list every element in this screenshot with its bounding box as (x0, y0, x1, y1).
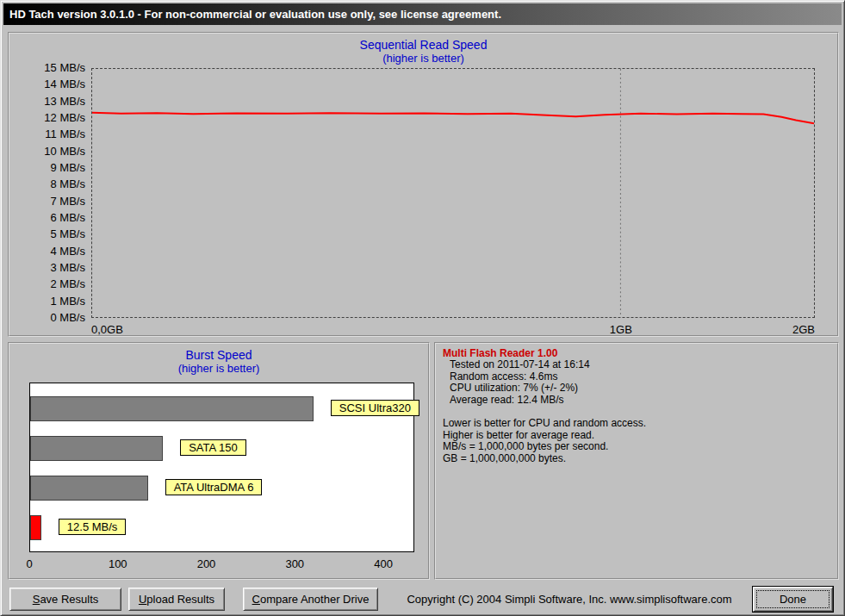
burst-bar-label: SCSI Ultra320 (331, 400, 419, 416)
hdtach-window: HD Tach version 3.0.1.0 - For non-commer… (0, 0, 845, 616)
sequential-read-line (92, 113, 814, 124)
burst-bar (30, 396, 314, 421)
burst-speed-panel: Burst Speed (higher is better) SCSI Ultr… (8, 342, 430, 580)
burst-x-tick-label: 200 (197, 557, 216, 570)
seq-y-tick-label: 9 MB/s (51, 161, 85, 174)
seq-y-tick-label: 10 MB/s (44, 145, 85, 158)
seq-x-tick-label: 2GB (792, 323, 815, 336)
burst-plot: SCSI Ultra320SATA 150ATA UltraDMA 612.5 … (29, 383, 414, 552)
burst-bar-label: ATA UltraDMA 6 (165, 479, 263, 495)
window-title: HD Tach version 3.0.1.0 - For non-commer… (9, 8, 501, 21)
seq-line-svg (92, 69, 814, 317)
burst-chart-subtitle: (higher is better) (9, 362, 428, 375)
burst-chart-title: Burst Speed (9, 348, 428, 362)
compare-mnemonic: C (252, 593, 260, 606)
info-random-access-line: Random access: 4.6ms (450, 371, 830, 383)
burst-x-tick-label: 100 (109, 557, 127, 570)
burst-x-tick-label: 300 (285, 557, 304, 570)
seq-chart-title: Sequential Read Speed (9, 38, 837, 52)
upload-results-button[interactable]: Upload Results (128, 588, 225, 611)
note-line: Higher is better for average read. (443, 430, 830, 442)
note-line: Lower is better for CPU and random acces… (443, 418, 830, 430)
burst-x-tick-label: 400 (374, 557, 393, 570)
seq-y-tick-label: 2 MB/s (51, 277, 85, 290)
seq-y-tick-label: 3 MB/s (51, 261, 85, 274)
seq-y-axis: 15 MB/s14 MB/s13 MB/s12 MB/s11 MB/s10 MB… (9, 68, 87, 327)
seq-chart-subtitle: (higher is better) (9, 52, 837, 65)
seq-y-tick-label: 14 MB/s (44, 78, 85, 90)
save-label: ave Results (40, 593, 98, 606)
drive-details: Tested on 2011-07-14 at 16:14 Random acc… (443, 359, 830, 406)
note-line: MB/s = 1,000,000 bytes per second. (443, 441, 830, 453)
burst-x-tick-label: 0 (26, 557, 32, 570)
seq-y-tick-label: 12 MB/s (44, 111, 85, 124)
copyright-text: Copyright (C) 2004 Simpli Software, Inc.… (393, 593, 746, 606)
footer-bar: Save Results Upload Results Compare Anot… (1, 583, 845, 616)
drive-notes: Lower is better for CPU and random acces… (443, 418, 830, 464)
compare-label: ompare Another Drive (260, 593, 369, 606)
burst-bar (30, 436, 163, 461)
save-results-button[interactable]: Save Results (9, 588, 121, 611)
drive-name: Multi Flash Reader 1.00 (443, 347, 830, 359)
info-average-read-line: Average read: 12.4 MB/s (450, 395, 830, 407)
seq-y-tick-label: 1 MB/s (51, 295, 85, 308)
seq-x-tick-label: 0,0GB (91, 323, 123, 336)
upload-mnemonic: U (139, 593, 146, 606)
done-label: Done (780, 593, 806, 606)
info-tested-line: Tested on 2011-07-14 at 16:14 (450, 359, 830, 371)
sequential-read-panel: Sequential Read Speed (higher is better)… (8, 32, 839, 337)
burst-bar (30, 515, 41, 540)
drive-info-panel: Multi Flash Reader 1.00 Tested on 2011-0… (434, 342, 839, 580)
done-button[interactable]: Done (753, 587, 833, 612)
burst-bar-label: SATA 150 (180, 439, 246, 456)
burst-bar (30, 476, 148, 501)
seq-y-tick-label: 0 MB/s (51, 311, 85, 324)
title-bar[interactable]: HD Tach version 3.0.1.0 - For non-commer… (3, 3, 842, 25)
info-cpu-utilization-line: CPU utilization: 7% (+/- 2%) (450, 383, 830, 395)
seq-y-tick-label: 5 MB/s (51, 227, 85, 240)
seq-y-tick-label: 11 MB/s (45, 128, 85, 140)
seq-y-tick-label: 4 MB/s (51, 245, 85, 258)
seq-y-tick-label: 6 MB/s (51, 211, 85, 224)
note-line: GB = 1,000,000,000 bytes. (443, 453, 830, 465)
seq-x-tick-label: 1GB (610, 323, 632, 336)
burst-x-axis: 0100200300400 (29, 557, 414, 571)
seq-x-axis: 0,0GB1GB2GB (91, 323, 815, 337)
burst-bar-label: 12.5 MB/s (59, 519, 127, 535)
upload-label: pload Results (146, 593, 214, 606)
seq-y-tick-label: 15 MB/s (44, 61, 85, 74)
seq-y-tick-label: 7 MB/s (51, 195, 85, 208)
seq-y-tick-label: 13 MB/s (44, 95, 85, 108)
seq-plot-area (91, 68, 815, 318)
compare-another-drive-button[interactable]: Compare Another Drive (243, 588, 378, 611)
seq-y-tick-label: 8 MB/s (51, 177, 85, 190)
